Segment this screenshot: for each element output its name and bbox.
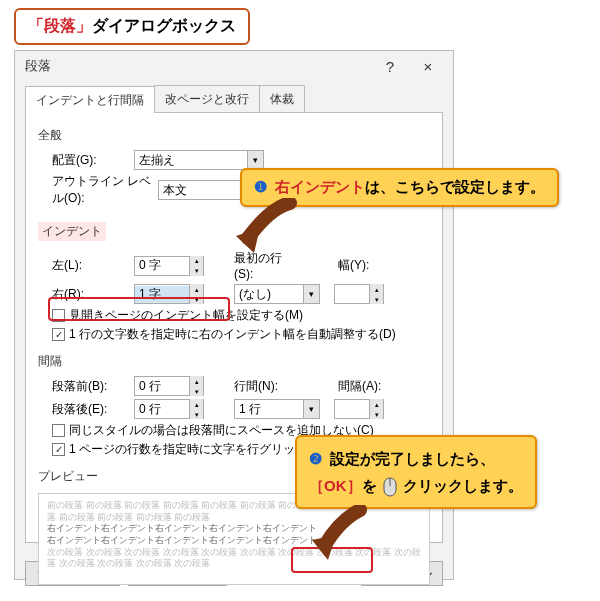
alignment-label: 配置(G): <box>38 152 134 169</box>
mouse-icon <box>381 476 399 498</box>
alignment-combo[interactable]: 左揃え ▾ <box>134 150 264 170</box>
right-indent-value: 1 字 <box>135 286 189 303</box>
alignment-value: 左揃え <box>135 152 247 169</box>
chevron-down-icon: ▾ <box>303 400 319 418</box>
spin-up-icon[interactable]: ▴ <box>189 284 203 294</box>
spin-up-icon[interactable]: ▴ <box>369 284 383 294</box>
autoadjust-checkbox[interactable]: ✓ <box>52 328 65 341</box>
before-spinner[interactable]: 0 行 ▴▾ <box>134 376 204 396</box>
close-button[interactable]: × <box>409 53 447 79</box>
spin-down-icon[interactable]: ▾ <box>189 386 203 396</box>
title-quoted: 「段落」 <box>28 17 92 34</box>
callout-1: ❶ 右インデントは、こちらで設定します。 <box>240 168 559 207</box>
mirror-indent-checkbox[interactable] <box>52 309 65 322</box>
callout-1-num: ❶ <box>254 178 267 195</box>
callout-2-ok: ［OK］ <box>309 477 362 494</box>
tab-bar: インデントと行間隔 改ページと改行 体裁 <box>25 85 443 113</box>
preview-next: 次の段落 次の段落 次の段落 次の段落 次の段落 次の段落 次の段落 次の段落 … <box>47 547 421 570</box>
preview-sample: 右インデント右インデント右インデント右インデント右インデント 右インデント右イン… <box>47 523 421 546</box>
autoadjust-label: 1 行の文字数を指定時に右のインデント幅を自動調整する(D) <box>69 326 396 343</box>
mirror-indent-label: 見開きページのインデント幅を設定する(M) <box>69 307 303 324</box>
tab-page-break[interactable]: 改ページと改行 <box>154 85 260 112</box>
grid-checkbox[interactable]: ✓ <box>52 443 65 456</box>
callout-2-num: ❷ <box>309 450 322 467</box>
linesp-value: 1 行 <box>235 401 303 418</box>
spin-down-icon[interactable]: ▾ <box>189 294 203 304</box>
nospace-checkbox[interactable] <box>52 424 65 437</box>
spin-up-icon[interactable]: ▴ <box>189 376 203 386</box>
spin-down-icon[interactable]: ▾ <box>369 409 383 419</box>
width-label: 幅(Y): <box>338 257 386 274</box>
after-value: 0 行 <box>135 401 189 418</box>
left-indent-value: 0 字 <box>135 257 189 274</box>
spin-up-icon[interactable]: ▴ <box>369 399 383 409</box>
spin-up-icon[interactable]: ▴ <box>189 256 203 266</box>
spin-down-icon[interactable]: ▾ <box>369 294 383 304</box>
after-spinner[interactable]: 0 行 ▴▾ <box>134 399 204 419</box>
chevron-down-icon: ▾ <box>247 151 263 169</box>
dialog-title: 段落 <box>21 57 371 75</box>
spin-down-icon[interactable]: ▾ <box>189 266 203 276</box>
after-label: 段落後(E): <box>38 401 134 418</box>
width-spinner[interactable]: ▴▾ <box>334 284 384 304</box>
tab-indent-spacing[interactable]: インデントと行間隔 <box>25 86 155 113</box>
spin-up-icon[interactable]: ▴ <box>189 399 203 409</box>
firstline-value: (なし) <box>235 286 303 303</box>
firstline-combo[interactable]: (なし) ▾ <box>234 284 320 304</box>
right-indent-label: 右(R): <box>38 286 134 303</box>
callout-2-line1: 設定が完了しましたら、 <box>330 450 495 467</box>
callout-2-b: クリックします。 <box>403 477 523 494</box>
spacing-header: 間隔 <box>38 353 430 370</box>
before-value: 0 行 <box>135 378 189 395</box>
linesp-label: 行間(N): <box>234 378 298 395</box>
callout-2: ❷ 設定が完了しましたら、 ［OK］を クリックします。 <box>295 435 537 509</box>
outline-value: 本文 <box>159 182 247 199</box>
tab-typography[interactable]: 体裁 <box>259 85 305 112</box>
spin-down-icon[interactable]: ▾ <box>189 409 203 419</box>
at-spinner[interactable]: ▴▾ <box>334 399 384 419</box>
general-header: 全般 <box>38 127 430 144</box>
left-indent-spinner[interactable]: 0 字 ▴▾ <box>134 256 204 276</box>
at-label: 間隔(A): <box>338 378 386 395</box>
before-label: 段落前(B): <box>38 378 134 395</box>
linesp-combo[interactable]: 1 行 ▾ <box>234 399 320 419</box>
title-badge: 「段落」ダイアログボックス <box>14 8 250 45</box>
right-indent-spinner[interactable]: 1 字 ▴▾ <box>134 284 204 304</box>
callout-1-emph: 右インデント <box>275 178 365 195</box>
callout-2-a: を <box>362 477 377 494</box>
help-button[interactable]: ? <box>371 53 409 79</box>
chevron-down-icon: ▾ <box>303 285 319 303</box>
firstline-label: 最初の行(S): <box>234 250 298 281</box>
left-indent-label: 左(L): <box>38 257 134 274</box>
title-rest: ダイアログボックス <box>92 17 236 34</box>
outline-label: アウトライン レベル(O): <box>38 173 158 207</box>
callout-1-rest: は、こちらで設定します。 <box>365 178 545 195</box>
dialog-titlebar: 段落 ? × <box>15 51 453 81</box>
indent-header: インデント <box>38 222 106 241</box>
